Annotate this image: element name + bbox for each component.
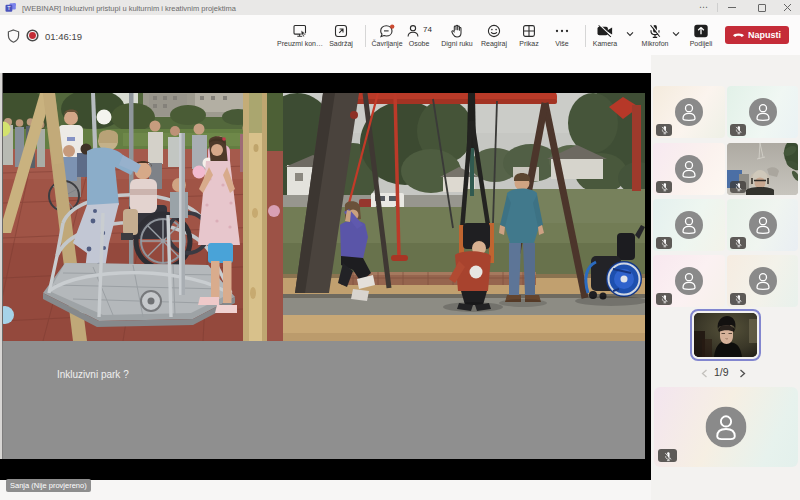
svg-text:Inkluzivni park ?: Inkluzivni park ? — [57, 369, 129, 380]
